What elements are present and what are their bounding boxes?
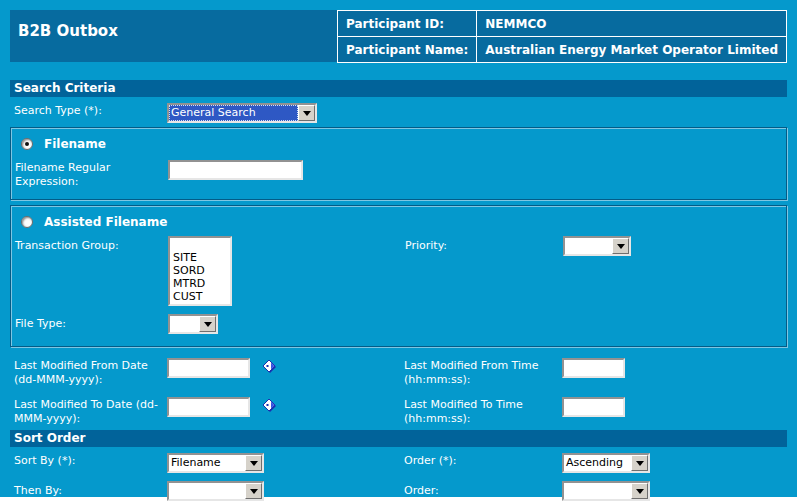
order2-selected-value — [564, 483, 631, 499]
to-date-label: Last Modified To Date (dd-MMM-yyyy): — [14, 395, 167, 426]
participant-table: Participant ID: NEMMCO Participant Name:… — [337, 10, 787, 63]
priority-label: Priority: — [405, 236, 563, 253]
from-time-label: Last Modified From Time (hh:mm:ss): — [404, 356, 562, 387]
from-time-input[interactable] — [562, 358, 625, 378]
screen: B2B Outbox Participant ID: NEMMCO Partic… — [0, 0, 797, 504]
b2b-outbox-page: B2B Outbox Participant ID: NEMMCO Partic… — [0, 0, 797, 497]
sort-by-label: Sort By (*): — [14, 451, 167, 468]
participant-id-label: Participant ID: — [338, 11, 477, 37]
filename-radio[interactable] — [21, 138, 33, 150]
search-type-selected-value: General Search — [169, 105, 298, 121]
then-by-selected-value — [169, 483, 245, 499]
filename-regex-input[interactable] — [168, 160, 303, 180]
search-criteria-header: Search Criteria — [10, 80, 787, 97]
calendar-icon[interactable] — [262, 398, 277, 417]
chevron-down-icon — [631, 455, 648, 471]
calendar-icon[interactable] — [262, 359, 277, 378]
listbox-option[interactable] — [170, 238, 230, 251]
sort-by-select[interactable]: Filename — [167, 453, 264, 473]
file-type-select[interactable] — [168, 314, 218, 334]
transaction-group-label: Transaction Group: — [15, 236, 168, 253]
to-time-label: Last Modified To Time (hh:mm:ss): — [404, 395, 562, 426]
filename-radio-label: Filename — [44, 137, 106, 151]
header-panel: B2B Outbox Participant ID: NEMMCO Partic… — [10, 10, 787, 62]
filename-regex-row: Filename Regular Expression: — [11, 154, 786, 193]
search-type-select[interactable]: General Search — [167, 103, 317, 123]
priority-select[interactable] — [563, 236, 631, 256]
sort-order-header: Sort Order — [10, 430, 787, 447]
participant-name-value: Australian Energy Market Operator Limite… — [477, 37, 787, 63]
filename-regex-label: Filename Regular Expression: — [15, 158, 168, 189]
to-time-input[interactable] — [562, 397, 625, 417]
order-selected-value: Ascending — [564, 455, 631, 471]
file-type-label: File Type: — [15, 314, 168, 331]
to-date-row: Last Modified To Date (dd-MMM-yyyy): Las… — [10, 391, 787, 430]
chevron-down-icon — [612, 238, 629, 254]
sort-by-row: Sort By (*): Filename Order (*): Ascendi… — [10, 447, 787, 477]
order-label: Order (*): — [404, 451, 562, 468]
listbox-option[interactable]: MTRD — [170, 277, 230, 290]
chevron-down-icon — [298, 105, 315, 121]
file-type-selected-value — [170, 316, 199, 332]
participant-name-label: Participant Name: — [338, 37, 477, 63]
order-select[interactable]: Ascending — [562, 453, 650, 473]
listbox-option[interactable]: CUST — [170, 290, 230, 303]
then-by-select[interactable] — [167, 481, 264, 501]
listbox-option[interactable]: SITE — [170, 251, 230, 264]
then-by-label: Then By: — [14, 481, 167, 498]
filename-radio-row: Filename — [11, 130, 786, 154]
from-date-input[interactable] — [167, 358, 250, 378]
then-by-row: Then By: Order: — [10, 477, 787, 504]
sort-by-selected-value: Filename — [169, 455, 245, 471]
search-type-label: Search Type (*): — [14, 101, 167, 118]
assisted-filename-radio[interactable] — [21, 216, 33, 228]
transaction-group-row: Transaction Group: SITESORDMTRDCUST Prio… — [11, 232, 786, 310]
participant-id-value: NEMMCO — [477, 11, 787, 37]
filename-section: Filename Filename Regular Expression: — [10, 127, 787, 200]
search-type-row: Search Type (*): General Search — [10, 97, 787, 127]
order2-select[interactable] — [562, 481, 650, 501]
chevron-down-icon — [631, 483, 648, 499]
page-title: B2B Outbox — [18, 22, 118, 40]
assisted-filename-section: Assisted Filename Transaction Group: SIT… — [10, 205, 787, 347]
from-date-label: Last Modified From Date (dd-MMM-yyyy): — [14, 356, 167, 387]
transaction-group-listbox[interactable]: SITESORDMTRDCUST — [168, 236, 232, 306]
file-type-row: File Type: — [11, 310, 786, 340]
to-date-input[interactable] — [167, 397, 250, 417]
listbox-option[interactable]: SORD — [170, 264, 230, 277]
chevron-down-icon — [245, 483, 262, 499]
priority-selected-value — [565, 238, 612, 254]
chevron-down-icon — [245, 455, 262, 471]
chevron-down-icon — [199, 316, 216, 332]
assisted-radio-row: Assisted Filename — [11, 208, 786, 232]
table-row: Participant Name: Australian Energy Mark… — [338, 37, 787, 63]
assisted-filename-radio-label: Assisted Filename — [44, 215, 167, 229]
from-date-row: Last Modified From Date (dd-MMM-yyyy): L… — [10, 352, 787, 391]
order2-label: Order: — [404, 481, 562, 498]
table-row: Participant ID: NEMMCO — [338, 11, 787, 37]
